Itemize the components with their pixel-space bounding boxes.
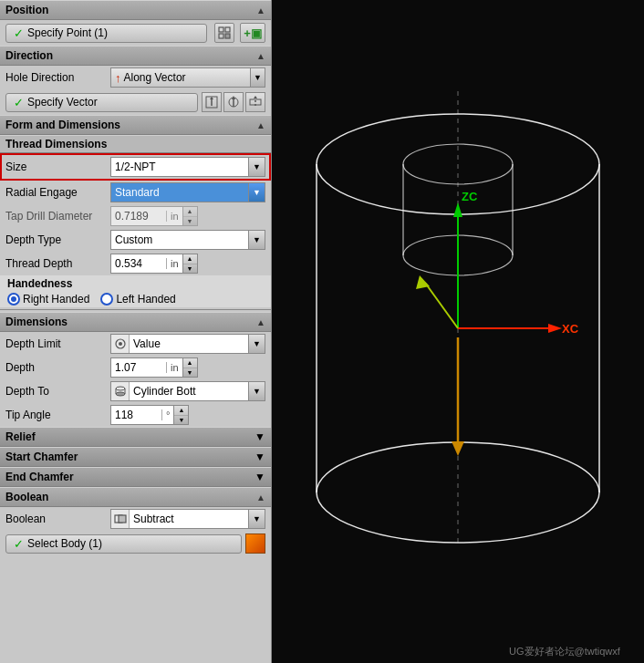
depth-unit: in <box>166 362 182 373</box>
depth-type-dropdown[interactable]: Custom ▼ <box>110 230 265 250</box>
radial-dropdown-btn[interactable]: ▼ <box>248 183 265 202</box>
thread-depth-spin-down[interactable]: ▼ <box>183 264 197 274</box>
thread-depth-spin-up[interactable]: ▲ <box>183 254 197 264</box>
dir-icon-1[interactable] <box>202 92 222 112</box>
depth-type-arrow: ▼ <box>253 235 261 244</box>
svg-point-14 <box>119 342 122 346</box>
left-handed-option[interactable]: Left Handed <box>100 293 175 306</box>
tap-drill-spin-up[interactable]: ▲ <box>183 207 197 217</box>
form-dimensions-header[interactable]: Form and Dimensions ▲ <box>0 115 271 135</box>
size-dropdown[interactable]: 1/2-NPT ▼ <box>110 157 265 177</box>
size-value: 1/2-NPT <box>111 161 248 173</box>
boolean-row: Boolean Subtract ▼ <box>0 507 271 531</box>
start-chamfer-label: Start Chamfer <box>5 451 78 463</box>
boolean-control: Subtract ▼ <box>110 509 265 529</box>
depth-spin-up[interactable]: ▲ <box>183 358 197 368</box>
tap-drill-spinner[interactable]: ▲ ▼ <box>183 206 198 226</box>
tip-angle-spinner[interactable]: ▲ ▼ <box>174 405 189 425</box>
radial-dropdown-arrow: ▼ <box>253 188 261 197</box>
depth-to-dropdown-btn[interactable]: ▼ <box>248 382 265 400</box>
boolean-dropdown-btn[interactable]: ▼ <box>248 510 265 528</box>
hole-direction-row: Hole Direction ↑ Along Vector ▼ <box>0 66 271 89</box>
depth-to-dropdown[interactable]: Cylinder Bott ▼ <box>110 381 265 401</box>
tap-drill-input[interactable] <box>111 210 166 223</box>
depth-limit-icon <box>111 335 130 353</box>
end-chamfer-section[interactable]: End Chamfer ▼ <box>0 467 271 487</box>
depth-spin-down[interactable]: ▼ <box>183 368 197 378</box>
depth-to-control: Cylinder Bott ▼ <box>110 381 265 401</box>
left-handed-label: Left Handed <box>116 293 175 306</box>
svg-marker-12 <box>254 96 257 98</box>
tip-angle-spin-down[interactable]: ▼ <box>174 416 188 425</box>
specify-vector-button[interactable]: ✓ Specify Vector <box>5 93 198 112</box>
position-expand-icon: ▲ <box>256 5 265 16</box>
tip-angle-input-container: ° <box>110 405 174 425</box>
depth-input[interactable] <box>111 361 166 374</box>
thread-depth-spinner[interactable]: ▲ ▼ <box>183 254 198 274</box>
direction-section-header[interactable]: Direction ▲ <box>0 46 271 66</box>
svg-rect-0 <box>219 27 223 32</box>
along-vector-dropdown-btn[interactable]: ▼ <box>251 67 265 88</box>
thread-depth-input[interactable] <box>111 257 166 270</box>
size-dropdown-btn[interactable]: ▼ <box>248 158 265 176</box>
right-handed-radio[interactable] <box>7 293 20 306</box>
boolean-arrow: ▼ <box>253 514 261 523</box>
dimensions-section-header[interactable]: Dimensions ▲ <box>0 312 271 332</box>
start-chamfer-section[interactable]: Start Chamfer ▼ <box>0 447 271 467</box>
tap-drill-spin-down[interactable]: ▼ <box>183 217 197 226</box>
relief-section[interactable]: Relief ▼ <box>0 427 271 447</box>
dropdown-arrow-icon: ▼ <box>254 73 262 82</box>
separator-1 <box>0 309 271 310</box>
dir-icon-3[interactable] <box>245 92 265 112</box>
tip-angle-input[interactable] <box>111 409 161 421</box>
radial-engage-dropdown[interactable]: Standard ▼ <box>110 182 265 202</box>
depth-limit-row: Depth Limit Value ▼ <box>0 332 271 356</box>
specify-vector-label: Specify Vector <box>27 96 98 109</box>
dimensions-expand-icon: ▲ <box>256 317 265 327</box>
boolean-expand-icon: ▲ <box>256 492 265 502</box>
handedness-radio-row: Right Handed Left Handed <box>7 293 264 306</box>
svg-point-15 <box>116 387 125 390</box>
left-handed-radio[interactable] <box>100 293 113 306</box>
along-vector-button[interactable]: ↑ Along Vector <box>110 67 251 88</box>
right-handed-option[interactable]: Right Handed <box>7 293 89 306</box>
depth-limit-dropdown-btn[interactable]: ▼ <box>248 335 265 353</box>
depth-limit-dropdown[interactable]: Value ▼ <box>110 334 265 354</box>
add-point-btn[interactable]: +▣ <box>240 23 265 43</box>
depth-limit-arrow: ▼ <box>253 339 261 348</box>
hole-direction-label: Hole Direction <box>5 71 110 84</box>
size-dropdown-arrow: ▼ <box>253 162 261 171</box>
check-icon: ✓ <box>14 26 24 40</box>
depth-spinner[interactable]: ▲ ▼ <box>183 357 198 378</box>
viewport-svg: ZC XC UG爱好者论坛@twtiqwxf <box>272 0 644 663</box>
thread-depth-row: Thread Depth in ▲ ▼ <box>0 252 271 275</box>
orange-cube-button[interactable] <box>245 534 265 554</box>
right-handed-label: Right Handed <box>23 293 89 306</box>
depth-to-arrow: ▼ <box>253 387 261 396</box>
size-row: Size 1/2-NPT ▼ <box>0 153 271 181</box>
tip-angle-spin-up[interactable]: ▲ <box>174 406 188 416</box>
depth-limit-value: Value <box>130 337 248 350</box>
vector-arrow-icon: ↑ <box>115 71 121 85</box>
depth-to-label: Depth To <box>5 385 110 398</box>
dir-icon-2[interactable] <box>223 92 244 112</box>
depth-to-row: Depth To Cylinder Bott ▼ <box>0 379 271 403</box>
boolean-section-header[interactable]: Boolean ▲ <box>0 487 271 507</box>
direction-expand-icon: ▲ <box>256 51 265 61</box>
tap-drill-unit: in <box>166 211 182 222</box>
select-icon-btn[interactable] <box>214 23 234 43</box>
tip-angle-label: Tip Angle <box>5 409 110 421</box>
select-body-button[interactable]: ✓ Select Body (1) <box>5 534 242 554</box>
value-svg-icon <box>114 337 127 350</box>
specify-point-button[interactable]: ✓ Specify Point (1) <box>5 24 207 43</box>
radial-engage-value: Standard <box>111 186 248 199</box>
boolean-dropdown[interactable]: Subtract ▼ <box>110 509 265 529</box>
zc-label: ZC <box>462 190 478 203</box>
tip-angle-control: ° ▲ ▼ <box>110 405 265 425</box>
depth-type-dropdown-btn[interactable]: ▼ <box>248 231 265 249</box>
position-section-header[interactable]: Position ▲ <box>0 0 271 20</box>
depth-control: in ▲ ▼ <box>110 357 265 378</box>
size-control: 1/2-NPT ▼ <box>110 157 265 177</box>
size-label: Size <box>5 161 110 173</box>
depth-to-icon <box>111 382 130 400</box>
